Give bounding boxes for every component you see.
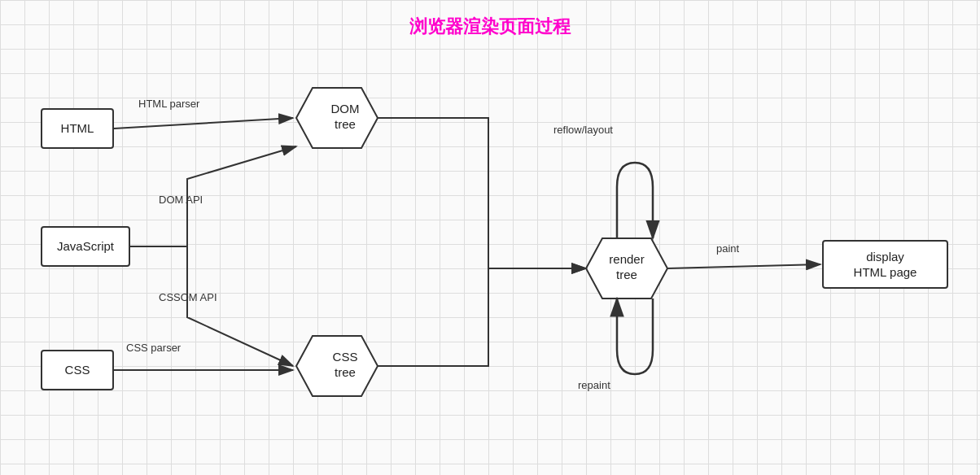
svg-marker-5 bbox=[296, 336, 378, 396]
svg-text:tree: tree bbox=[616, 268, 637, 281]
svg-text:CSS: CSS bbox=[333, 350, 358, 364]
arrows-svg: DOM tree CSS tree render tree bbox=[0, 0, 980, 475]
javascript-node: JavaScript bbox=[41, 226, 130, 267]
svg-text:DOM: DOM bbox=[331, 102, 360, 115]
display-node: display HTML page bbox=[822, 240, 948, 289]
html-node: HTML bbox=[41, 108, 114, 149]
page-title: 浏览器渲染页面过程 bbox=[0, 15, 980, 39]
dom-api-label: DOM API bbox=[159, 194, 203, 206]
repaint-label: repaint bbox=[578, 379, 610, 391]
diagram-container: 浏览器渲染页面过程 HTML JavaScript CSS display HT… bbox=[0, 0, 980, 475]
html-parser-label: HTML parser bbox=[138, 98, 199, 110]
css-parser-label: CSS parser bbox=[126, 342, 181, 354]
svg-text:tree: tree bbox=[335, 117, 356, 131]
css-node: CSS bbox=[41, 350, 114, 390]
svg-marker-2 bbox=[296, 88, 378, 148]
svg-line-11 bbox=[114, 118, 293, 129]
paint-label: paint bbox=[716, 242, 739, 255]
svg-marker-8 bbox=[586, 238, 667, 299]
cssom-api-label: CSSOM API bbox=[159, 291, 217, 303]
svg-text:tree: tree bbox=[335, 365, 356, 379]
svg-line-13 bbox=[667, 264, 820, 268]
svg-text:render: render bbox=[609, 252, 644, 266]
reflow-layout-label: reflow/layout bbox=[553, 124, 613, 136]
